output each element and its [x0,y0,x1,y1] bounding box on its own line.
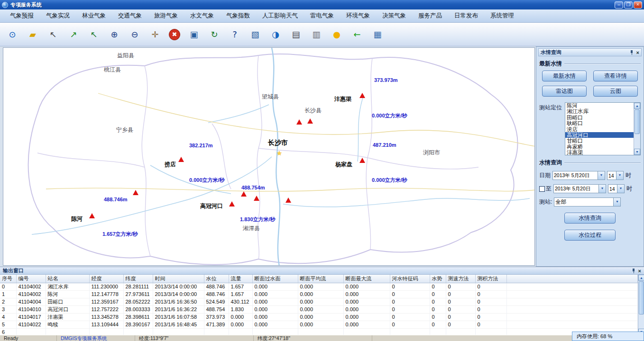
column-header[interactable]: 站名 [46,275,89,283]
water-query-button[interactable]: 水情查询 [564,213,616,224]
panel-close-icon[interactable]: × [636,50,639,55]
table-row[interactable]: 341104010高冠河口112.75722228.0033332013/1/6… [0,305,638,313]
station-marker-icon[interactable] [359,158,365,163]
menu-item[interactable]: 人工影响天气 [257,10,303,21]
station-select[interactable]: 全部 ▼ [554,197,621,206]
station-list-scrollbar[interactable]: ▲ ▼ [634,103,640,155]
menu-item[interactable]: 气象指数 [221,10,255,21]
station-marker-icon[interactable] [241,191,247,197]
help-icon[interactable]: ? [228,28,241,41]
map-area[interactable]: 长沙市 ★ 益阳县桃江县宁乡县望城县长沙县浏阳市湘潭县沣惠渠捞店杨家盘高冠河口陈… [3,47,535,266]
station-marker-icon[interactable] [254,196,259,201]
dropdown-icon[interactable]: ▼ [598,185,606,193]
zoom-out-icon[interactable]: ⊖ [128,28,141,41]
zoom-in-icon[interactable]: ⊕ [108,28,121,41]
menu-item[interactable]: 交通气象 [113,10,147,21]
station-marker-icon[interactable] [307,118,313,124]
print-preview-icon[interactable]: ▥ [310,28,323,41]
station-list[interactable]: 陈河湘江水库田峪口耿峪口涝店高冠河口甘峪口冉家桥沣惠渠 ▲ ▼ [565,102,641,155]
column-header[interactable]: 断面最大流 [343,275,390,283]
menu-item[interactable]: 环境气象 [341,10,375,21]
refresh-icon[interactable]: ↻ [208,28,221,41]
column-header[interactable]: 河水特征码 [390,275,430,283]
globe-layers-icon[interactable]: ◑ [269,28,282,41]
column-header[interactable]: 测速方法 [446,275,475,283]
radar-chart-button[interactable]: 雷达图 [542,86,587,97]
identify-arrow-icon[interactable]: ↗ [67,28,80,41]
station-list-item[interactable]: 陈河 [565,103,634,108]
select-box-icon[interactable]: ↖ [46,28,60,41]
to-checkbox[interactable] [539,186,545,192]
station-marker-icon[interactable] [178,157,184,162]
table-row[interactable]: 241104004田峪口112.35916728.0522222013/1/6 … [0,298,638,305]
station-marker-icon[interactable] [285,197,291,203]
output-scrollbar[interactable]: ▲ ▼ [638,275,644,335]
scroll-thumb[interactable] [639,281,644,314]
hour-from-select[interactable]: 14 ▼ [607,171,624,180]
scroll-thumb[interactable] [635,109,640,134]
station-list-item[interactable]: 高冠河口 [565,132,634,138]
scroll-up-icon[interactable]: ▲ [638,275,644,281]
stop-icon[interactable]: ✖ [169,29,180,40]
menu-item[interactable]: 决策气象 [377,10,411,21]
station-marker-icon[interactable] [229,201,235,206]
pin-icon[interactable] [632,269,636,273]
menu-item[interactable]: 雷电气象 [305,10,339,21]
menu-item[interactable]: 旅游气象 [149,10,183,21]
fit-window-icon[interactable]: ▣ [187,28,201,41]
column-header[interactable]: 纬度 [123,275,153,283]
table-row[interactable]: 441104017沣惠渠113.34527828.3986112013/1/6 … [0,313,638,321]
station-list-item[interactable]: 沣惠渠 [565,150,634,155]
station-list-item[interactable]: 涝店 [565,126,634,132]
station-marker-icon[interactable] [296,119,302,125]
date-from-select[interactable]: 2013年 5月20日 ▼ [552,171,605,180]
column-header[interactable]: 序号 [0,275,16,283]
column-header[interactable]: 流量 [229,275,252,283]
table-row[interactable]: 141104002陈河112.14777827.9736112013/3/14 … [0,290,638,298]
menu-item[interactable]: 气象预报 [5,10,39,21]
maximize-button[interactable]: ❐ [624,1,633,9]
date-to-select[interactable]: 2013年 5月20日 ▼ [553,184,606,193]
dropdown-icon[interactable]: ▼ [598,171,605,179]
dropdown-icon[interactable]: ▼ [613,198,620,206]
scroll-up-icon[interactable]: ▲ [634,103,640,109]
table-row[interactable]: 541104022鸣犊113.10944428.3901672013/1/6 1… [0,321,638,328]
scroll-down-icon[interactable]: ▼ [634,149,640,155]
table-row[interactable]: 6 [0,328,638,335]
print-icon[interactable]: ▤ [289,28,303,41]
menu-item[interactable]: 系统管理 [485,10,519,21]
select-arrow-icon[interactable]: ↖ [87,28,101,41]
station-list-item[interactable]: 甘峪口 [565,138,634,144]
minimize-button[interactable]: – [615,1,623,9]
output-close-icon[interactable]: × [638,269,641,273]
view-detail-button[interactable]: 查看详情 [593,71,638,81]
back-arrow-icon[interactable]: ← [350,28,364,41]
station-marker-icon[interactable] [89,213,95,218]
station-list-item[interactable]: 耿峪口 [565,120,634,126]
column-header[interactable]: 时间 [153,275,204,283]
station-marker-icon[interactable] [133,190,138,195]
hour-to-select[interactable]: 14 ▼ [608,184,625,193]
cloud-image-button[interactable]: 云图 [593,86,638,97]
table-row[interactable]: 041104002湘江水库111.23000028.2811112013/3/1… [0,283,638,290]
latest-water-button[interactable]: 最新水情 [542,71,587,81]
column-header[interactable]: 编号 [16,275,46,283]
column-header[interactable]: 经度 [89,275,123,283]
menu-item[interactable]: 林业气象 [77,10,111,21]
menu-item[interactable]: 水文气象 [185,10,219,21]
column-header[interactable]: 水势 [430,275,446,283]
image-icon[interactable]: ▧ [248,28,262,41]
globe-icon[interactable]: ⊙ [6,28,19,41]
measure-icon[interactable]: ▰ [26,28,39,41]
column-header[interactable]: 水位 [204,275,229,283]
pan-icon[interactable]: ✛ [148,28,162,41]
column-header[interactable]: 断面过水面 [252,275,298,283]
station-list-item[interactable]: 湘江水库 [565,108,634,114]
station-list-item[interactable]: 冉家桥 [565,144,634,150]
station-list-item[interactable]: 田峪口 [565,115,634,120]
overview-map-icon[interactable]: ▦ [371,28,384,41]
station-marker-icon[interactable] [359,93,365,98]
menu-item[interactable]: 日常发布 [449,10,483,21]
menu-item[interactable]: 服务产品 [413,10,447,21]
menu-item[interactable]: 气象实况 [41,10,75,21]
